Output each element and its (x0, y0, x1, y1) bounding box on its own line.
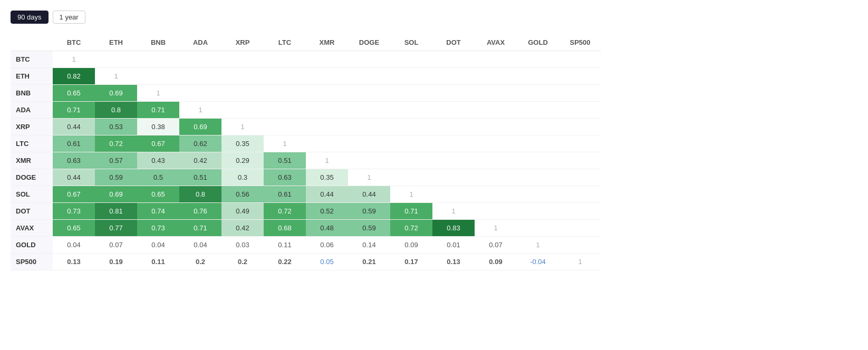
table-cell (390, 85, 432, 102)
row-label-gold: GOLD (11, 237, 53, 254)
table-cell (179, 85, 221, 102)
table-cell (559, 186, 601, 203)
table-cell: 0.29 (221, 152, 264, 169)
table-cell: 0.65 (137, 186, 179, 203)
header-gold: GOLD (517, 34, 559, 51)
table-cell: 0.61 (53, 135, 95, 152)
header-sol: SOL (390, 34, 432, 51)
table-cell (559, 203, 601, 220)
row-label-avax: AVAX (11, 220, 53, 237)
table-cell (517, 169, 559, 186)
table-cell: 0.61 (264, 186, 306, 203)
table-cell: 0.13 (432, 254, 475, 270)
table-cell: 0.51 (179, 169, 221, 186)
table-cell: 0.13 (53, 254, 95, 270)
table-cell: 0.07 (475, 237, 517, 254)
table-cell: 0.05 (306, 254, 348, 270)
table-cell: 0.71 (53, 102, 95, 119)
table-cell: 0.82 (53, 68, 95, 85)
table-cell (517, 203, 559, 220)
table-cell (517, 68, 559, 85)
table-cell: 0.11 (264, 237, 306, 254)
table-cell: 1 (264, 135, 306, 152)
table-cell (559, 152, 601, 169)
table-cell (348, 85, 390, 102)
table-cell: 0.63 (53, 152, 95, 169)
table-cell: 0.5 (137, 169, 179, 186)
header-doge: DOGE (348, 34, 390, 51)
table-cell: 0.69 (179, 119, 221, 135)
table-cell: 0.59 (95, 169, 137, 186)
row-label-eth: ETH (11, 68, 53, 85)
table-header-row: BTC ETH BNB ADA XRP LTC XMR DOGE SOL DOT… (11, 34, 601, 51)
table-cell (517, 119, 559, 135)
table-row: ADA0.710.80.711 (11, 102, 601, 119)
table-row: DOGE0.440.590.50.510.30.630.351 (11, 169, 601, 186)
table-cell: 1 (348, 169, 390, 186)
header-empty (11, 34, 53, 51)
table-cell: 0.52 (306, 203, 348, 220)
table-cell: 0.3 (221, 169, 264, 186)
table-row: AVAX0.650.770.730.710.420.680.480.590.72… (11, 220, 601, 237)
table-cell: 0.04 (137, 237, 179, 254)
table-cell: 0.77 (95, 220, 137, 237)
table-cell: 1 (390, 186, 432, 203)
table-cell (390, 102, 432, 119)
table-cell (559, 169, 601, 186)
table-cell: 1 (53, 51, 95, 68)
table-cell: 0.04 (179, 237, 221, 254)
table-row: GOLD0.040.070.040.040.030.110.060.140.09… (11, 237, 601, 254)
table-row: ETH0.821 (11, 68, 601, 85)
row-label-btc: BTC (11, 51, 53, 68)
table-cell: 0.67 (53, 186, 95, 203)
table-cell: 0.68 (264, 220, 306, 237)
table-cell: 0.57 (95, 152, 137, 169)
table-cell (137, 68, 179, 85)
table-cell: 0.72 (264, 203, 306, 220)
table-cell (306, 51, 348, 68)
table-cell (264, 68, 306, 85)
table-cell (179, 68, 221, 85)
row-label-bnb: BNB (11, 85, 53, 102)
table-cell (221, 102, 264, 119)
table-cell (390, 68, 432, 85)
table-cell: 0.22 (264, 254, 306, 270)
btn-1year[interactable]: 1 year (53, 11, 85, 24)
table-row: BNB0.650.691 (11, 85, 601, 102)
table-row: SP5000.130.190.110.20.20.220.050.210.170… (11, 254, 601, 270)
table-cell (559, 51, 601, 68)
header-eth: ETH (95, 34, 137, 51)
table-cell: 0.07 (95, 237, 137, 254)
table-cell: 0.72 (390, 220, 432, 237)
table-cell: 0.65 (53, 85, 95, 102)
header-avax: AVAX (475, 34, 517, 51)
table-cell: 0.21 (348, 254, 390, 270)
table-cell: 0.59 (348, 203, 390, 220)
table-cell: 0.03 (221, 237, 264, 254)
table-cell: 0.04 (53, 237, 95, 254)
table-cell: 0.17 (390, 254, 432, 270)
table-cell: 0.63 (264, 169, 306, 186)
table-cell: 0.56 (221, 186, 264, 203)
table-cell (559, 102, 601, 119)
table-cell: 1 (475, 220, 517, 237)
table-cell: 0.42 (179, 152, 221, 169)
table-cell (390, 119, 432, 135)
table-cell: 0.76 (179, 203, 221, 220)
btn-90days[interactable]: 90 days (11, 11, 49, 24)
table-cell: 0.35 (306, 169, 348, 186)
table-cell (432, 135, 475, 152)
table-cell (475, 51, 517, 68)
row-label-dot: DOT (11, 203, 53, 220)
table-cell (559, 68, 601, 85)
table-cell: 0.71 (137, 102, 179, 119)
table-cell (559, 119, 601, 135)
header-bnb: BNB (137, 34, 179, 51)
header-ltc: LTC (264, 34, 306, 51)
table-cell: 1 (432, 203, 475, 220)
table-row: XMR0.630.570.430.420.290.511 (11, 152, 601, 169)
table-cell (95, 51, 137, 68)
table-cell (559, 220, 601, 237)
row-label-ltc: LTC (11, 135, 53, 152)
table-cell: 0.51 (264, 152, 306, 169)
